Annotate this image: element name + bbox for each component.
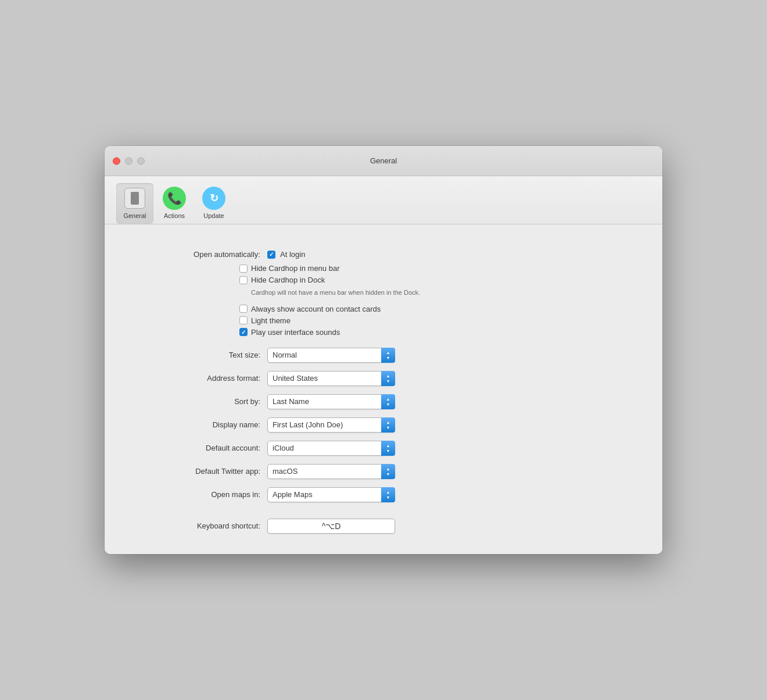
- at-login-checkbox[interactable]: [267, 251, 275, 259]
- tab-general[interactable]: General: [116, 183, 153, 224]
- tab-actions[interactable]: 📞 Actions: [156, 183, 193, 224]
- sort-by-label: Sort by:: [139, 397, 267, 406]
- at-login-label: At login: [280, 250, 305, 259]
- tab-update-label: Update: [203, 212, 224, 219]
- main-window: General General 📞 Actions ↻ Update Open …: [105, 146, 662, 553]
- default-twitter-row: Default Twitter app: macOS: [105, 461, 662, 482]
- dock-helper-text: Cardhop will not have a menu bar when hi…: [251, 289, 420, 296]
- text-size-control: Normal Small Large: [267, 348, 628, 363]
- display-name-label: Display name:: [139, 420, 267, 429]
- play-sounds-row: Play user interface sounds: [239, 328, 628, 337]
- maximize-button[interactable]: [137, 157, 145, 165]
- keyboard-shortcut-row: Keyboard shortcut: ^⌥D: [105, 516, 662, 537]
- keyboard-shortcut-field[interactable]: ^⌥D: [267, 519, 395, 534]
- display-name-select[interactable]: First Last (John Doe): [267, 417, 395, 433]
- open-automatically-control: At login: [267, 250, 628, 259]
- light-theme-row: Light theme: [239, 316, 628, 325]
- play-sounds-label: Play user interface sounds: [251, 328, 340, 337]
- light-theme-label: Light theme: [251, 316, 291, 325]
- actions-icon: 📞: [163, 187, 186, 210]
- hide-menu-bar-label: Hide Cardhop in menu bar: [251, 264, 339, 273]
- sort-by-control: Last Name First Name: [267, 394, 628, 409]
- open-maps-control: Apple Maps Google Maps: [267, 487, 628, 502]
- tab-update[interactable]: ↻ Update: [195, 183, 232, 224]
- default-twitter-control: macOS: [267, 464, 628, 479]
- open-maps-select-wrapper: Apple Maps Google Maps: [267, 487, 395, 502]
- toolbar: General 📞 Actions ↻ Update: [105, 176, 662, 224]
- hide-menu-bar-row: Hide Cardhop in menu bar: [239, 264, 628, 273]
- window-title: General: [370, 156, 397, 165]
- open-maps-label: Open maps in:: [139, 490, 267, 499]
- actions-phone-icon: 📞: [163, 187, 186, 210]
- update-refresh-icon: ↻: [202, 187, 225, 210]
- open-maps-select[interactable]: Apple Maps Google Maps: [267, 487, 395, 502]
- close-button[interactable]: [113, 157, 120, 165]
- general-device-icon: [124, 188, 145, 209]
- always-show-account-label: Always show account on contact cards: [251, 305, 381, 313]
- text-size-label: Text size:: [139, 351, 267, 359]
- general-icon: [123, 187, 146, 210]
- default-account-select[interactable]: iCloud: [267, 441, 395, 456]
- default-twitter-label: Default Twitter app:: [139, 467, 267, 476]
- default-account-row: Default account: iCloud: [105, 438, 662, 459]
- display-name-control: First Last (John Doe): [267, 417, 628, 433]
- hide-dock-label: Hide Cardhop in Dock: [251, 276, 325, 284]
- hide-options-block: Hide Cardhop in menu bar Hide Cardhop in…: [239, 262, 662, 299]
- titlebar: General: [105, 146, 662, 176]
- minimize-button[interactable]: [125, 157, 132, 165]
- hide-dock-row: Hide Cardhop in Dock: [239, 276, 628, 284]
- display-name-select-wrapper: First Last (John Doe): [267, 417, 395, 433]
- update-icon: ↻: [202, 187, 225, 210]
- tab-actions-label: Actions: [164, 212, 185, 219]
- keyboard-shortcut-label: Keyboard shortcut:: [139, 522, 267, 530]
- text-size-row: Text size: Normal Small Large: [105, 345, 662, 366]
- hide-menu-bar-checkbox[interactable]: [239, 265, 248, 273]
- light-theme-checkbox[interactable]: [239, 316, 248, 324]
- sort-by-select[interactable]: Last Name First Name: [267, 394, 395, 409]
- default-twitter-select[interactable]: macOS: [267, 464, 395, 479]
- text-size-select[interactable]: Normal Small Large: [267, 348, 395, 363]
- helper-text-block: Cardhop will not have a menu bar when hi…: [251, 287, 628, 297]
- traffic-lights: [113, 157, 145, 165]
- open-automatically-label: Open automatically:: [139, 250, 267, 259]
- text-size-select-wrapper: Normal Small Large: [267, 348, 395, 363]
- display-name-row: Display name: First Last (John Doe): [105, 415, 662, 435]
- address-format-label: Address format:: [139, 374, 267, 383]
- hide-dock-checkbox[interactable]: [239, 276, 248, 284]
- keyboard-shortcut-control: ^⌥D: [267, 519, 628, 534]
- extra-options-block: Always show account on contact cards Lig…: [239, 300, 662, 339]
- tab-general-label: General: [123, 212, 146, 219]
- address-format-select[interactable]: United States: [267, 371, 395, 386]
- default-account-label: Default account:: [139, 444, 267, 452]
- open-maps-row: Open maps in: Apple Maps Google Maps: [105, 484, 662, 505]
- address-format-select-wrapper: United States: [267, 371, 395, 386]
- default-account-control: iCloud: [267, 441, 628, 456]
- default-account-select-wrapper: iCloud: [267, 441, 395, 456]
- always-show-account-checkbox[interactable]: [239, 305, 248, 313]
- default-twitter-select-wrapper: macOS: [267, 464, 395, 479]
- address-format-control: United States: [267, 371, 628, 386]
- keyboard-shortcut-value: ^⌥D: [322, 522, 341, 531]
- play-sounds-checkbox[interactable]: [239, 328, 248, 336]
- sort-by-row: Sort by: Last Name First Name: [105, 391, 662, 412]
- sort-by-select-wrapper: Last Name First Name: [267, 394, 395, 409]
- open-automatically-row: Open automatically: At login: [105, 238, 662, 262]
- address-format-row: Address format: United States: [105, 368, 662, 389]
- settings-content: Open automatically: At login Hide Cardho…: [105, 224, 662, 553]
- always-show-account-row: Always show account on contact cards: [239, 305, 628, 313]
